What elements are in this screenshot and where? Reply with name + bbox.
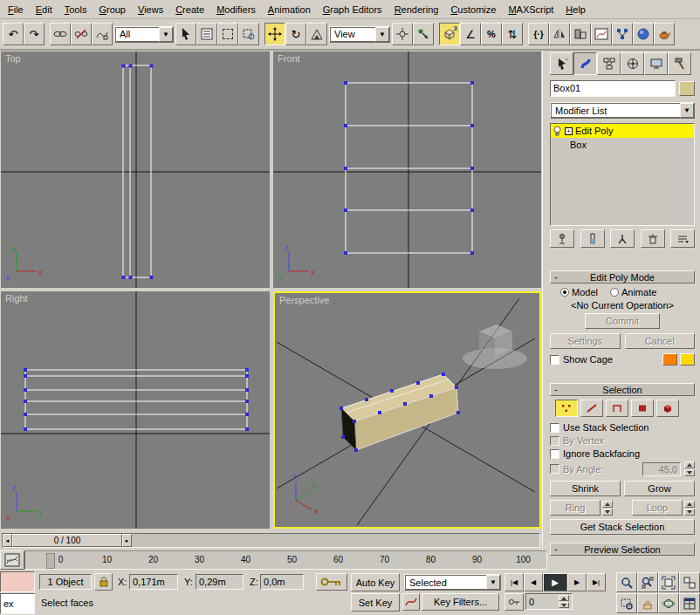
snaps-toggle-button[interactable]: 3 [439,23,460,45]
previous-frame-arrow[interactable]: ◂ [3,534,12,547]
select-and-move-button[interactable] [264,23,285,45]
ring-button[interactable]: Ring [550,500,600,516]
cancel-button[interactable]: Cancel [625,333,696,349]
render-setup-button[interactable] [654,23,675,45]
edge-subobject-button[interactable] [580,400,603,417]
reference-coordsys-select[interactable]: View ▼ [329,26,390,43]
tab-modify[interactable] [573,52,597,75]
spinner-snap-toggle-button[interactable]: ⇅ [502,23,523,45]
menu-help[interactable]: Help [559,2,592,17]
grow-button[interactable]: Grow [624,481,695,496]
dropdown-arrow-icon[interactable]: ▼ [159,27,173,42]
viewport-front-label[interactable]: Front [278,53,300,64]
key-mode-toggle[interactable] [504,593,524,611]
model-radio[interactable]: Model [560,287,598,297]
next-frame-button[interactable]: ▶ [567,573,587,591]
menu-animation[interactable]: Animation [262,2,317,17]
border-subobject-button[interactable] [606,400,628,417]
selection-lock-toggle[interactable] [94,573,113,591]
maxscript-macro-recorder[interactable] [0,571,35,592]
viewport-front[interactable]: Front z x y [273,51,541,288]
tab-display[interactable] [644,52,668,75]
angle-snap-toggle-button[interactable]: ∠ [460,23,481,45]
use-pivot-point-center-button[interactable] [392,23,413,45]
select-object-button[interactable] [175,23,196,45]
schematic-view-button[interactable] [612,23,633,45]
shrink-button[interactable]: Shrink [550,481,621,496]
object-color-swatch[interactable] [679,81,695,96]
auto-key-button[interactable]: Auto Key [351,573,400,591]
default-tangent-button[interactable] [402,593,420,611]
element-subobject-button[interactable] [656,400,679,417]
cage-color-swatch[interactable] [662,353,677,366]
dropdown-arrow-icon[interactable]: ▼ [680,103,694,118]
show-cage-checkbox[interactable] [550,355,559,365]
mini-curve-editor-button[interactable] [0,550,24,570]
angle-value-field[interactable]: 45,0 [642,462,681,476]
z-coordinate-field[interactable]: 0,0m [260,574,304,590]
dropdown-arrow-icon[interactable]: ▼ [375,27,389,42]
cage-selected-color-swatch[interactable] [680,353,695,366]
set-key-button[interactable]: Set Key [351,593,400,612]
select-by-name-button[interactable] [196,23,217,45]
make-unique-button[interactable] [610,229,635,248]
loop-button[interactable]: Loop [632,500,683,516]
menu-group[interactable]: Group [93,2,132,17]
viewport-perspective[interactable]: Perspective [273,291,541,529]
select-and-link-button[interactable] [50,23,71,45]
use-stack-selection-checkbox[interactable] [550,423,559,433]
object-name-field[interactable]: Box01 [550,80,676,97]
rollout-header-edit-poly-mode[interactable]: - Edit Poly Mode [550,270,695,284]
curve-editor-button[interactable] [591,23,612,45]
redo-button[interactable]: ↷ [24,23,45,45]
frame-spinner[interactable] [559,595,569,608]
zoom-extents-all-button[interactable] [679,572,700,592]
key-mode-select[interactable]: Selected ▼ [404,574,501,591]
named-selection-sets-button[interactable]: {·} [528,23,549,45]
selection-filter-select[interactable]: All ▼ [114,26,174,43]
pin-stack-button[interactable] [550,229,574,248]
x-coordinate-field[interactable]: 0,171m [129,574,178,590]
bind-to-spacewarp-button[interactable] [92,23,113,45]
dropdown-arrow-icon[interactable]: ▼ [486,575,500,590]
percent-snap-toggle-button[interactable]: % [481,23,502,45]
select-and-scale-button[interactable] [306,23,327,45]
viewport-right[interactable]: Right z y x [1,291,270,529]
menu-file[interactable]: File [2,2,30,17]
rectangular-selection-region-button[interactable] [217,23,238,45]
tab-create[interactable] [550,52,573,75]
vertex-subobject-button[interactable] [555,400,578,417]
stack-item-box[interactable]: Box [551,138,694,152]
zoom-extents-button[interactable] [658,572,679,592]
time-slider-track[interactable]: ◂ 0 / 100 ▸ [2,533,540,548]
viewport-top[interactable]: Top y x z [1,51,270,288]
next-frame-arrow[interactable]: ▸ [122,534,132,547]
menu-rendering[interactable]: Rendering [388,2,445,17]
menu-edit[interactable]: Edit [30,2,58,17]
by-angle-checkbox[interactable] [550,464,559,474]
mirror-button[interactable] [549,23,570,45]
keyboard-shortcut-override-toggle[interactable] [316,573,347,591]
window-crossing-toggle[interactable] [238,23,259,45]
go-to-end-button[interactable]: ▶| [587,573,606,591]
viewport-top-label[interactable]: Top [5,53,21,64]
rollout-header-preview-selection[interactable]: - Preview Selection [550,543,695,556]
commit-button[interactable]: Commit [585,313,660,329]
menu-modifiers[interactable]: Modifiers [210,2,262,17]
show-end-result-button[interactable] [580,229,605,248]
remove-modifier-button[interactable] [641,229,665,248]
by-vertex-checkbox[interactable] [550,436,559,446]
ring-spinner[interactable] [602,501,613,516]
unlink-selection-button[interactable] [71,23,92,45]
animate-radio[interactable]: Animate [610,287,656,297]
menu-graph-editors[interactable]: Graph Editors [317,2,388,17]
play-button[interactable]: ▶ [543,573,567,591]
maximize-viewport-toggle[interactable] [679,593,700,613]
tab-utilities[interactable] [668,52,691,75]
settings-button[interactable]: Settings [550,333,621,349]
select-and-rotate-button[interactable]: ↻ [285,23,306,45]
zoom-region-button[interactable] [616,593,637,613]
y-coordinate-field[interactable]: 0,29m [196,574,244,590]
undo-button[interactable]: ↶ [3,23,24,45]
configure-modifier-sets-button[interactable] [670,229,695,248]
